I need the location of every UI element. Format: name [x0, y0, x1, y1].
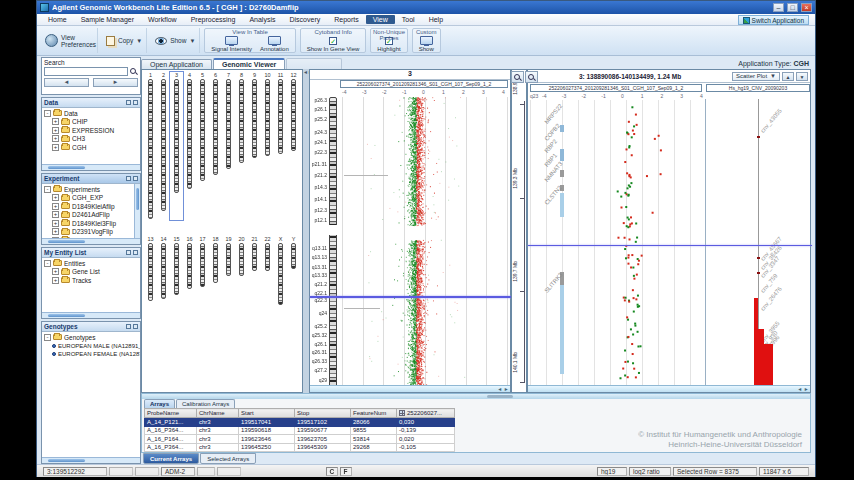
- chromosome-14[interactable]: 14: [157, 236, 170, 299]
- scroll-up-button[interactable]: ▲: [782, 72, 794, 81]
- chromosome-21[interactable]: 21: [248, 236, 261, 271]
- dock-tab-calibration-arrays[interactable]: Calibration Arrays: [176, 399, 235, 408]
- column-header-featurenum[interactable]: FeatureNum: [351, 409, 397, 418]
- tree-root-entities[interactable]: -Entities: [44, 259, 140, 268]
- tree-item-cgh-exp[interactable]: +CGH_EXP: [44, 194, 140, 203]
- chromosome-13[interactable]: 13: [144, 236, 157, 301]
- expand-icon[interactable]: +: [52, 127, 59, 134]
- table-row[interactable]: A_16_P364...chr313964525013964530929268-…: [145, 443, 455, 452]
- horizontal-scrollbar[interactable]: [42, 457, 140, 463]
- chromosome-9[interactable]: 9: [248, 72, 261, 158]
- expand-icon[interactable]: +: [52, 220, 59, 227]
- chromosome-6[interactable]: 6: [209, 72, 222, 175]
- expand-icon[interactable]: +: [52, 228, 59, 235]
- menu-tab-reports[interactable]: Reports: [327, 15, 366, 24]
- custom-data-show-button[interactable]: Show: [419, 36, 434, 52]
- minimize-icon[interactable]: –: [773, 3, 784, 12]
- chromosome-16[interactable]: 16: [183, 236, 196, 289]
- chromosome-20[interactable]: 20: [235, 236, 248, 276]
- search-next-button[interactable]: ►: [93, 78, 138, 87]
- cnv-red-bar[interactable]: [758, 344, 773, 387]
- chromosome-8[interactable]: 8: [235, 72, 248, 163]
- tree-item-expression[interactable]: +EXPRESSION: [44, 126, 140, 135]
- menu-tab-preprocessing[interactable]: Preprocessing: [184, 15, 243, 24]
- status-button-c[interactable]: C: [326, 467, 338, 476]
- annotation-button[interactable]: Annotation: [260, 36, 289, 52]
- expand-icon[interactable]: +: [52, 118, 59, 125]
- column-header-chrname[interactable]: ChrName: [197, 409, 239, 418]
- tab-genomic-viewer[interactable]: Genomic Viewer: [213, 58, 285, 69]
- search-input[interactable]: [44, 67, 128, 76]
- plot-type-dropdown[interactable]: Scatter Plot ▼: [732, 72, 780, 81]
- expand-icon[interactable]: -: [44, 260, 51, 267]
- column-header-stop[interactable]: Stop: [295, 409, 351, 418]
- pin-icon[interactable]: [126, 100, 131, 105]
- selection-line[interactable]: [528, 245, 812, 246]
- expand-icon[interactable]: -: [44, 334, 51, 341]
- column-header-252206027-[interactable]: 252206027...: [397, 409, 455, 418]
- menu-tab-tool[interactable]: Tool: [395, 15, 422, 24]
- close-icon[interactable]: ×: [801, 3, 812, 12]
- expand-icon[interactable]: +: [52, 194, 59, 201]
- tree-item-european-male-na12891-x-[interactable]: EUROPEAN MALE (NA12891_X): [44, 342, 140, 351]
- menu-tab-help[interactable]: Help: [422, 15, 450, 24]
- tree-item-chip[interactable]: +CHIP: [44, 118, 140, 127]
- menu-tab-analysis[interactable]: Analysis: [242, 15, 282, 24]
- pin-icon[interactable]: [126, 250, 131, 255]
- popout-icon[interactable]: [133, 176, 138, 181]
- chromosome-10[interactable]: 10: [261, 72, 274, 156]
- chromosome-19[interactable]: 19: [222, 236, 235, 276]
- expand-icon[interactable]: +: [52, 203, 59, 210]
- switch-application-button[interactable]: Switch Application: [738, 15, 809, 25]
- zoom-out-button[interactable]: [525, 71, 538, 83]
- column-header-start[interactable]: Start: [239, 409, 295, 418]
- horizontal-scrollbar[interactable]: [42, 164, 140, 170]
- chromosome-18[interactable]: 18: [209, 236, 222, 283]
- chromosome-3-ideogram[interactable]: [329, 97, 337, 387]
- popout-icon[interactable]: [133, 324, 138, 329]
- table-row[interactable]: A_16_P164...chr3139623646139623705538140…: [145, 435, 455, 444]
- tree-root-genotypes[interactable]: -Genotypes: [44, 333, 140, 342]
- tree-item-d2200kargflip[interactable]: +D2200KarGFlip: [44, 245, 140, 246]
- tree-item-gene-list[interactable]: +Gene List: [44, 268, 140, 277]
- tree-item-european-female-na12878[interactable]: EUROPEAN FEMALE (NA12878: [44, 350, 140, 359]
- copy-button[interactable]: Copy ▼: [102, 28, 147, 53]
- chromosome-11[interactable]: 11: [274, 72, 287, 154]
- menu-tab-workflow[interactable]: Workflow: [141, 15, 184, 24]
- show-button[interactable]: Show ▼: [151, 28, 200, 53]
- cgh-scatter-plot[interactable]: [342, 97, 508, 387]
- scroll-down-button[interactable]: ▼: [796, 72, 808, 81]
- search-icon[interactable]: [129, 67, 138, 76]
- tree-item-ch3[interactable]: +CH3: [44, 135, 140, 144]
- tree-root-data[interactable]: -Data: [44, 109, 140, 118]
- pin-icon[interactable]: [126, 324, 131, 329]
- checkbox-checked-icon[interactable]: [329, 37, 337, 45]
- chromosome-7[interactable]: 7: [222, 72, 235, 169]
- vertical-scrollbar[interactable]: [134, 184, 140, 238]
- chromosome-15[interactable]: 15: [170, 236, 183, 295]
- dock-tab-arrays[interactable]: Arrays: [144, 399, 175, 408]
- tree-item-tracks[interactable]: +Tracks: [44, 276, 140, 285]
- chromosome-5[interactable]: 5: [196, 72, 209, 181]
- maximize-icon[interactable]: □: [787, 3, 798, 12]
- tree-item-d1849kleiaflip[interactable]: +D1849KleiAflip: [44, 202, 140, 211]
- view-preferences-button[interactable]: View Preferences: [41, 28, 98, 53]
- selection-line[interactable]: [310, 296, 512, 298]
- expand-icon[interactable]: -: [44, 110, 51, 117]
- menu-tab-sample-manager[interactable]: Sample Manager: [74, 15, 141, 24]
- menu-tab-home[interactable]: Home: [41, 15, 74, 24]
- chromosome-1[interactable]: 1: [144, 72, 157, 219]
- bottom-tab-selected-arrays[interactable]: Selected Arrays: [200, 453, 256, 464]
- expand-icon[interactable]: +: [52, 277, 59, 284]
- show-in-gene-view-checkbox[interactable]: Show In Gene View: [307, 37, 360, 52]
- chromosome-22[interactable]: 22: [261, 236, 274, 271]
- status-button-f[interactable]: F: [340, 467, 352, 476]
- signal-intensity-button[interactable]: Signal Intensity: [211, 36, 252, 52]
- tab-ghost[interactable]: [286, 58, 342, 69]
- menu-tab-discovery[interactable]: Discovery: [282, 15, 327, 24]
- horizontal-scrollbar[interactable]: ◄ ►: [310, 385, 510, 392]
- tree-item-d2391vogflip[interactable]: +D2391VogFlip: [44, 228, 140, 237]
- tab-open-application[interactable]: Open Application: [141, 59, 212, 69]
- chromosome-12[interactable]: 12: [287, 72, 300, 151]
- expand-icon[interactable]: +: [52, 135, 59, 142]
